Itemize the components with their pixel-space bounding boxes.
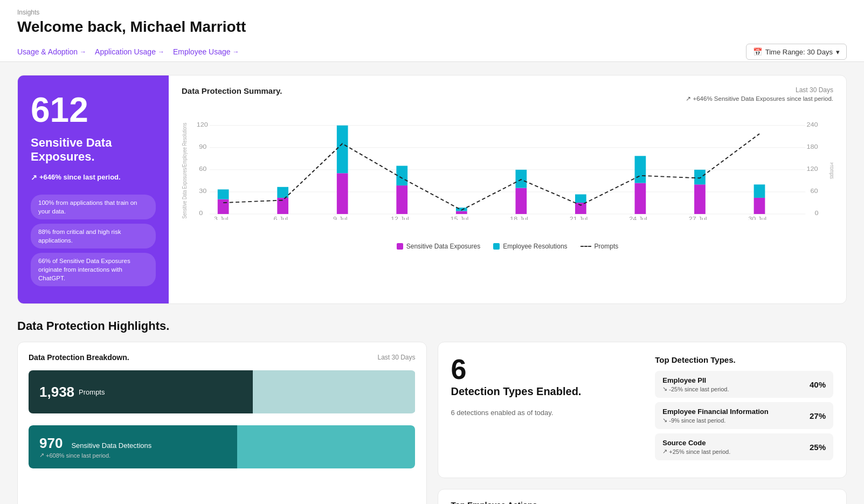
time-range-button[interactable]: 📅 Time Range: 30 Days ▾	[746, 44, 847, 60]
svg-text:60: 60	[199, 166, 206, 172]
svg-rect-17	[277, 198, 288, 214]
svg-text:0: 0	[199, 210, 203, 216]
svg-rect-21	[396, 185, 407, 214]
detection-type-info-2: Source Code ↗ +25% since last period.	[662, 439, 730, 455]
legend-dot-sensitive	[397, 243, 403, 250]
nav-usage-adoption[interactable]: Usage & Adoption →	[17, 42, 95, 61]
summary-card: 612 Sensitive Data Exposures. ↗ +646% si…	[17, 75, 847, 304]
detect-number: 6	[451, 355, 630, 383]
nav-employee-usage[interactable]: Employee Usage →	[173, 42, 248, 61]
breadcrumb: Insights	[17, 9, 847, 16]
calendar-icon: 📅	[753, 47, 762, 56]
nav-tabs-bar: Usage & Adoption → Application Usage → E…	[17, 42, 847, 61]
svg-text:24 Jul: 24 Jul	[629, 216, 647, 220]
detection-type-trend-0: ↘ -25% since last period.	[662, 385, 729, 392]
employee-actions-title: Top Employee Actions.	[451, 500, 834, 504]
svg-rect-16	[218, 189, 229, 199]
nav-application-usage[interactable]: Application Usage →	[95, 42, 173, 61]
chevron-down-icon: ▾	[836, 48, 840, 56]
highlights-grid: Data Protection Breakdown. Last 30 Days …	[17, 342, 847, 504]
time-range-label: Time Range: 30 Days	[765, 48, 833, 56]
svg-text:120: 120	[197, 122, 208, 128]
detection-type-name-0: Employee PII	[662, 376, 729, 384]
detection-type-info-1: Employee Financial Information ↘ -9% sin…	[662, 408, 768, 424]
bar-chart-svg: 0 30 60 90 120 0 60 120 180 240	[182, 107, 833, 220]
bar-light-segment	[253, 370, 415, 413]
svg-rect-26	[515, 170, 527, 188]
breakdown-period: Last 30 Days	[377, 354, 415, 361]
bar-chart-wrap: 0 30 60 90 120 0 60 120 180 240	[182, 107, 833, 236]
stat-pills: 100% from applications that train on you…	[31, 195, 156, 287]
svg-text:90: 90	[199, 144, 206, 150]
svg-text:30: 30	[199, 188, 206, 194]
trend-up-icon-2: ↗	[39, 452, 44, 459]
legend-dot-resolutions	[493, 243, 500, 250]
trend-up-icon: ↗	[31, 173, 37, 182]
breakdown-header: Data Protection Breakdown. Last 30 Days	[29, 353, 416, 362]
detection-type-trend-1: ↘ -9% since last period.	[662, 417, 768, 424]
page-title: Welcome back, Michael Marriott	[17, 18, 847, 36]
svg-text:9 Jul: 9 Jul	[333, 216, 348, 220]
detections-left: 6 Detection Types Enabled. 6 detections …	[451, 355, 642, 465]
trend-up-icon-3: ↗	[662, 448, 667, 455]
svg-text:Sensitive Data Exposures/Emplo: Sensitive Data Exposures/Employee Resolu…	[182, 122, 188, 218]
svg-rect-20	[337, 126, 348, 174]
svg-rect-25	[515, 188, 527, 214]
trend-down-icon-0: ↘	[662, 385, 667, 392]
svg-rect-22	[396, 166, 407, 186]
main-content: 612 Sensitive Data Exposures. ↗ +646% si…	[0, 62, 864, 504]
detection-type-pct-1: 27%	[810, 411, 826, 420]
arrow-icon-1: →	[158, 48, 164, 56]
detection-type-pct-2: 25%	[810, 443, 826, 452]
svg-rect-19	[337, 173, 348, 214]
employee-actions-card: Top Employee Actions. 34	[438, 489, 847, 504]
stat-pill-1: 88% from critical and high risk applicat…	[31, 224, 156, 248]
nav-links: Usage & Adoption → Application Usage → E…	[17, 42, 248, 61]
svg-text:3 Jul: 3 Jul	[214, 216, 229, 220]
legend-label-resolutions: Employee Resolutions	[503, 243, 567, 250]
top-header: Insights Welcome back, Michael Marriott …	[0, 0, 864, 62]
big-label: Sensitive Data Exposures.	[31, 136, 156, 164]
arrow-icon-0: →	[80, 48, 86, 56]
svg-text:0: 0	[814, 210, 818, 216]
chart-trend-text: +646% Sensitive Data Exposures since las…	[693, 95, 834, 102]
svg-text:18 Jul: 18 Jul	[510, 216, 528, 220]
svg-rect-15	[218, 199, 229, 214]
detection-type-info-0: Employee PII ↘ -25% since last period.	[662, 376, 729, 392]
highlights-title: Data Protection Highlights.	[17, 319, 847, 333]
chart-legend: Sensitive Data Exposures Employee Resolu…	[182, 243, 833, 250]
svg-text:Prompts: Prompts	[829, 162, 833, 179]
svg-text:240: 240	[806, 122, 818, 128]
svg-text:180: 180	[806, 144, 818, 150]
detections-right: Top Detection Types. Employee PII ↘ -25%…	[642, 355, 833, 465]
svg-rect-28	[575, 195, 586, 203]
prompts-label: Prompts	[79, 388, 105, 396]
chart-trend: ↗ +646% Sensitive Data Exposures since l…	[686, 95, 834, 102]
svg-rect-31	[694, 184, 706, 214]
detection-type-name-2: Source Code	[662, 439, 730, 447]
detection-type-pct-0: 40%	[810, 380, 826, 389]
breakdown-title: Data Protection Breakdown.	[29, 353, 129, 362]
detections-trend: ↗ +608% since last period.	[39, 452, 110, 459]
summary-left-panel: 612 Sensitive Data Exposures. ↗ +646% si…	[18, 75, 169, 303]
detection-type-trend-2: ↗ +25% since last period.	[662, 448, 730, 455]
right-panels: 6 Detection Types Enabled. 6 detections …	[438, 342, 847, 504]
summary-chart-panel: Data Protection Summary. Last 30 Days ↗ …	[169, 75, 846, 303]
chart-title: Data Protection Summary.	[182, 86, 282, 95]
legend-label-prompts: Prompts	[595, 243, 619, 250]
svg-rect-32	[694, 170, 706, 184]
legend-line-prompts	[580, 246, 591, 247]
svg-text:30 Jul: 30 Jul	[748, 216, 766, 220]
legend-resolutions: Employee Resolutions	[493, 243, 567, 250]
detections-card: 6 Detection Types Enabled. 6 detections …	[438, 342, 847, 478]
legend-label-sensitive: Sensitive Data Exposures	[406, 243, 480, 250]
detection-types-title: Top Detection Types.	[655, 355, 833, 364]
svg-text:27 Jul: 27 Jul	[689, 216, 707, 220]
chart-header: Data Protection Summary. Last 30 Days ↗ …	[182, 86, 833, 102]
svg-text:15 Jul: 15 Jul	[451, 216, 469, 220]
svg-rect-33	[754, 198, 765, 214]
detect-note: 6 detections enabled as of today.	[451, 409, 630, 417]
detections-label: Sensitive Data Detections	[71, 441, 151, 450]
svg-text:12 Jul: 12 Jul	[391, 216, 409, 220]
detection-type-row-1: Employee Financial Information ↘ -9% sin…	[655, 402, 833, 429]
